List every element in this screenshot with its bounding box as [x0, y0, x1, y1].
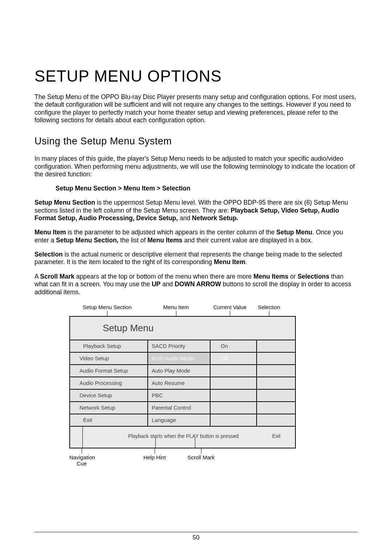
- diagram-value-cell: [211, 377, 257, 389]
- diagram-selection-cell: [257, 353, 295, 364]
- emphasis: Setup Menu: [276, 229, 312, 236]
- annotation-label: Menu Item: [163, 304, 189, 310]
- exit-label: Exit: [272, 433, 281, 439]
- intro-paragraph: The Setup Menu of the OPPO Blu-ray Disc …: [34, 93, 358, 124]
- diagram-selection-cell: [257, 402, 295, 414]
- diagram-selection-cell: [257, 414, 295, 426]
- tick-line: [269, 311, 269, 316]
- text: appears at the top or bottom of the menu…: [74, 273, 253, 280]
- diagram-section-cell: Exit: [70, 414, 148, 426]
- annotation-selection: Selection: [253, 304, 285, 316]
- tick-line: [82, 448, 82, 454]
- section-heading: Using the Setup Menu System: [34, 136, 358, 147]
- help-hint-tick: [155, 438, 156, 448]
- spacer: [94, 448, 142, 467]
- page-footer-rule: [34, 532, 358, 532]
- diagram-section-cell: Audio Processing: [70, 377, 148, 389]
- diagram-help-bar: Playback starts when the PLAY button is …: [70, 426, 295, 448]
- nav-cue-tick: [82, 427, 83, 448]
- setup-menu-section-paragraph: Setup Menu Section is the uppermost Setu…: [34, 199, 358, 222]
- emphasis: UP: [152, 280, 160, 288]
- annotation-label: Navigation Cue: [69, 454, 95, 467]
- text: is the actual numeric or descriptive ele…: [34, 251, 342, 266]
- annotation-scroll-mark: Scroll Mark: [184, 448, 218, 467]
- text: and: [160, 280, 175, 288]
- text: and: [178, 214, 192, 222]
- page-title: SETUP MENU OPTIONS: [34, 67, 358, 85]
- diagram-value-cell: [211, 365, 257, 377]
- diagram-row: Audio Processing Auto Resume: [70, 377, 295, 389]
- diagram-section-cell: Audio Format Setup: [70, 365, 148, 377]
- setup-menu-diagram: Setup Menu Playback Setup SACD Priority …: [69, 316, 296, 448]
- diagram-row: Audio Format Setup Auto Play Mode: [70, 364, 295, 377]
- diagram-row: Device Setup PBC: [70, 389, 295, 401]
- diagram-item-cell: DVD-Audio Mode: [148, 353, 211, 364]
- diagram-item-cell: Language: [148, 414, 211, 426]
- annotation-label: Current Value: [213, 304, 246, 310]
- annotation-label: Scroll Mark: [187, 454, 215, 460]
- diagram-value-cell: Off: [211, 353, 257, 364]
- selection-paragraph: Selection is the actual numeric or descr…: [34, 251, 358, 266]
- emphasis: Selection: [34, 251, 63, 258]
- scroll-mark-tick: [195, 438, 195, 448]
- diagram-bottom-annotation-row: Navigation Cue Help Hint Scroll Mark: [34, 448, 358, 467]
- diagram-section-cell: Network Setup: [70, 402, 148, 414]
- diagram-row: Exit Language: [70, 414, 295, 426]
- tick-line: [230, 311, 230, 316]
- annotation-navigation-cue: Navigation Cue: [69, 448, 94, 467]
- emphasis: DOWN ARROW: [175, 280, 221, 288]
- tick-line: [107, 311, 107, 316]
- tick-line: [201, 448, 201, 454]
- annotation-label: Selection: [258, 304, 280, 310]
- diagram-selection-cell: [257, 340, 295, 352]
- diagram-row: Playback Setup SACD Priority On: [70, 340, 295, 352]
- page: SETUP MENU OPTIONS The Setup Menu of the…: [0, 0, 392, 554]
- diagram-selection-cell: [257, 377, 295, 389]
- tick-line: [176, 311, 176, 316]
- diagram-item-cell: PBC: [148, 390, 211, 401]
- emphasis: Menu Item: [34, 229, 66, 236]
- diagram-value-cell: [211, 390, 257, 401]
- diagram-selection-cell: [257, 390, 295, 401]
- annotation-current-value: Current Value: [207, 304, 253, 316]
- spacer: [167, 448, 184, 467]
- diagram-value-cell: [211, 402, 257, 414]
- annotation-setup-menu-section: Setup Menu Section: [69, 304, 145, 316]
- emphasis: Scroll Mark: [40, 273, 74, 280]
- diagram-item-cell: SACD Priority: [148, 340, 211, 352]
- annotation-help-hint: Help Hint: [142, 448, 167, 467]
- annotation-label: Setup Menu Section: [82, 304, 131, 310]
- diagram-section-cell: Video Setup: [70, 353, 148, 364]
- text: and their current value are displayed in…: [183, 237, 313, 244]
- diagram-value-cell: [211, 414, 257, 426]
- diagram-title: Setup Menu: [70, 317, 295, 340]
- diagram-row: Network Setup Parental Control: [70, 401, 295, 414]
- text: A: [34, 273, 40, 280]
- using-paragraph: In many places of this guide, the player…: [34, 155, 358, 178]
- tick-line: [155, 448, 155, 454]
- text: the list of: [118, 237, 147, 244]
- annotation-menu-item: Menu Item: [145, 304, 207, 316]
- emphasis: Menu Items: [253, 273, 288, 280]
- breadcrumb: Setup Menu Section > Menu Item > Selecti…: [34, 185, 358, 192]
- diagram-selection-cell: [257, 365, 295, 377]
- diagram-value-cell: On: [211, 340, 257, 352]
- help-text: Playback starts when the PLAY button is …: [128, 433, 239, 439]
- diagram-section-cell: Device Setup: [70, 390, 148, 401]
- text: or: [288, 273, 297, 280]
- diagram-item-cell: Parental Control: [148, 402, 211, 414]
- diagram-section-cell: Playback Setup: [70, 340, 148, 352]
- diagram-item-cell: Auto Play Mode: [148, 365, 211, 377]
- emphasis: Selections: [298, 273, 330, 280]
- menu-item-paragraph: Menu Item is the parameter to be adjuste…: [34, 229, 358, 244]
- emphasis: Menu Item: [214, 258, 245, 266]
- text: is the parameter to be adjusted which ap…: [66, 229, 277, 236]
- page-number: 50: [0, 534, 392, 541]
- text: .: [245, 258, 247, 266]
- emphasis: Setup Menu Section,: [56, 237, 118, 244]
- emphasis: Menu Items: [147, 237, 182, 244]
- diagram-item-cell: Auto Resume: [148, 377, 211, 389]
- emphasis: Setup Menu Section: [34, 199, 95, 206]
- emphasis: Network Setup.: [192, 214, 238, 222]
- diagram-row-highlight: Video Setup DVD-Audio Mode Off: [70, 352, 295, 364]
